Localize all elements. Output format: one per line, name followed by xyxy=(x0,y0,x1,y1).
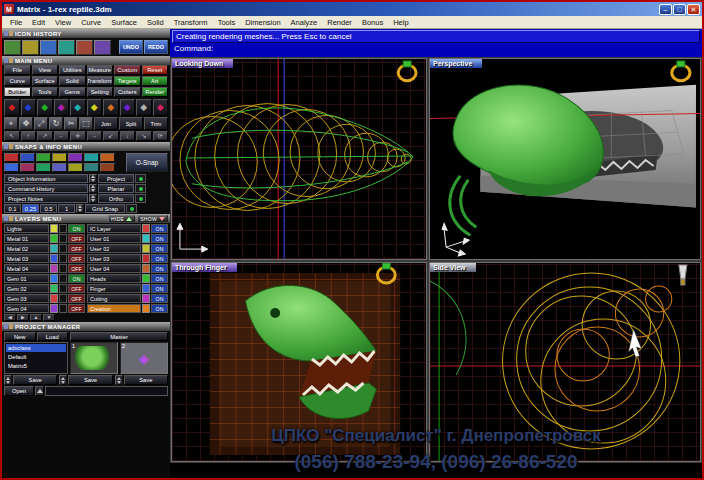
open-expand-icon[interactable] xyxy=(35,386,44,396)
layer-toggle[interactable]: OFF xyxy=(68,264,85,273)
open-dropdown[interactable] xyxy=(45,386,168,396)
layer-color-swatch[interactable] xyxy=(50,264,58,273)
maximize-button[interactable]: □ xyxy=(673,4,686,15)
layer-toggle[interactable]: ON xyxy=(151,254,168,263)
layer-toggle[interactable]: ON xyxy=(151,274,168,283)
layer-material-swatch[interactable] xyxy=(59,244,67,253)
tab-file[interactable]: File xyxy=(4,65,31,75)
open-button[interactable]: Open xyxy=(4,386,34,396)
gem-icon[interactable]: ◆ xyxy=(21,99,37,116)
bound-tool-icon[interactable]: ⬚ xyxy=(79,117,93,130)
status-led-icon[interactable] xyxy=(135,194,146,203)
tab-render[interactable]: Render xyxy=(142,87,169,97)
history-icon[interactable] xyxy=(58,40,75,55)
tab-curve[interactable]: Curve xyxy=(4,76,31,86)
gem-icon[interactable]: ◆ xyxy=(153,99,169,116)
redo-button[interactable]: REDO xyxy=(144,40,168,54)
snap-toggle-icon[interactable] xyxy=(4,163,19,172)
cut-tool-icon[interactable]: ✂ xyxy=(64,117,78,130)
save-button[interactable]: Save xyxy=(68,375,112,385)
snap-tool-icon[interactable]: ⌖ xyxy=(4,117,18,130)
tab-custom[interactable]: Custom xyxy=(114,65,141,75)
spinner-control[interactable] xyxy=(4,375,12,385)
undo-button[interactable]: UNDO xyxy=(119,40,143,54)
spinner-control[interactable] xyxy=(115,375,123,385)
snap-toggle-icon[interactable] xyxy=(52,153,67,162)
nudge-icon[interactable]: ↓ xyxy=(120,131,136,141)
nudge-icon[interactable]: ✛ xyxy=(70,131,86,141)
layer-metal-02[interactable]: Metal 02 xyxy=(4,244,49,253)
menu-tools[interactable]: Tools xyxy=(213,18,241,27)
snap-toggle-icon[interactable] xyxy=(68,153,83,162)
gem-icon[interactable]: ◆ xyxy=(70,99,86,116)
status-led-icon[interactable] xyxy=(135,174,146,183)
spinner-control[interactable] xyxy=(89,194,97,203)
split-button[interactable]: Split xyxy=(119,117,143,130)
layer-toggle[interactable]: OFF xyxy=(68,234,85,243)
menu-file[interactable]: File xyxy=(5,18,27,27)
tab-art[interactable]: Art xyxy=(142,76,169,86)
layer-gem-04[interactable]: Gem 04 xyxy=(4,304,49,313)
layer-toggle[interactable]: OFF xyxy=(68,254,85,263)
layer-metal-01[interactable]: Metal 01 xyxy=(4,234,49,243)
viewport-side-view[interactable]: Side View xyxy=(429,262,701,462)
menu-surface[interactable]: Surface xyxy=(106,18,142,27)
layer-color-swatch[interactable] xyxy=(142,224,150,233)
layer-color-swatch[interactable] xyxy=(50,274,58,283)
layer-material-swatch[interactable] xyxy=(59,264,67,273)
project-thumbnail-1[interactable]: 1 xyxy=(70,342,118,374)
minimize-button[interactable]: – xyxy=(659,4,672,15)
snap-toggle-icon[interactable] xyxy=(68,163,83,172)
gem-icon[interactable]: ◆ xyxy=(4,99,20,116)
layer-cutting[interactable]: Cutting xyxy=(87,294,141,303)
snap-toggle-icon[interactable] xyxy=(84,153,99,162)
save-button[interactable]: Save xyxy=(13,375,57,385)
tab-cutters[interactable]: Cutters xyxy=(114,87,141,97)
nudge-icon[interactable]: → xyxy=(87,131,103,141)
snap-toggle-icon[interactable] xyxy=(36,163,51,172)
viewport-looking-down[interactable]: Looking Down xyxy=(171,58,427,260)
snap-toggle-icon[interactable] xyxy=(100,163,115,172)
gem-icon[interactable]: ◆ xyxy=(120,99,136,116)
tab-targets[interactable]: Targets xyxy=(114,76,141,86)
trim-button[interactable]: Trim xyxy=(144,117,168,130)
grid-snap-button[interactable]: Grid Snap xyxy=(85,204,125,213)
osnap-button[interactable]: O-Snap xyxy=(126,153,168,172)
layer-toggle[interactable]: OFF xyxy=(68,284,85,293)
project-thumbnail-2[interactable]: 2 xyxy=(120,342,168,374)
layer-toggle[interactable]: ON xyxy=(151,284,168,293)
rotate-tool-icon[interactable]: ↻ xyxy=(49,117,63,130)
layer-user-02[interactable]: User 02 xyxy=(87,244,141,253)
layer-down-icon[interactable]: ▼ xyxy=(43,314,55,321)
menu-dimension[interactable]: Dimension xyxy=(240,18,285,27)
viewport-title-perspective[interactable]: Perspective xyxy=(430,59,482,68)
save-button[interactable]: Save xyxy=(124,375,168,385)
project-item-advclass[interactable]: advclass xyxy=(6,344,66,352)
layer-creation[interactable]: Creation xyxy=(87,304,141,313)
layer-color-swatch[interactable] xyxy=(142,304,150,313)
layer-color-swatch[interactable] xyxy=(142,294,150,303)
layer-toggle[interactable]: ON xyxy=(151,234,168,243)
tab-view[interactable]: View xyxy=(32,65,59,75)
planar-snap-button[interactable]: Planar xyxy=(98,184,134,193)
viewport-title-through-finger[interactable]: Through Finger xyxy=(172,263,237,272)
spinner-control[interactable] xyxy=(89,184,97,193)
project-notes-button[interactable]: Project Notes xyxy=(4,194,88,203)
move-tool-icon[interactable]: ✥ xyxy=(19,117,33,130)
layer-gem-03[interactable]: Gem 03 xyxy=(4,294,49,303)
tab-surface[interactable]: Surface xyxy=(32,76,59,86)
snap-toggle-icon[interactable] xyxy=(36,153,51,162)
tab-transform[interactable]: Transform xyxy=(87,76,114,86)
tab-builder[interactable]: Builder xyxy=(4,87,31,97)
layer-toggle[interactable]: ON xyxy=(68,274,85,283)
layer-color-swatch[interactable] xyxy=(50,304,58,313)
tab-solid[interactable]: Solid xyxy=(59,76,86,86)
layer-color-swatch[interactable] xyxy=(50,224,58,233)
gem-icon[interactable]: ◆ xyxy=(103,99,119,116)
scale-tool-icon[interactable]: ⤢ xyxy=(34,117,48,130)
nudge-icon[interactable]: ↖ xyxy=(4,131,20,141)
layer-toggle[interactable]: ON xyxy=(151,294,168,303)
tab-gems[interactable]: Gems xyxy=(59,87,86,97)
grid-size-0.1[interactable]: 0.1 xyxy=(4,204,21,213)
layer-metal-04[interactable]: Metal 04 xyxy=(4,264,49,273)
